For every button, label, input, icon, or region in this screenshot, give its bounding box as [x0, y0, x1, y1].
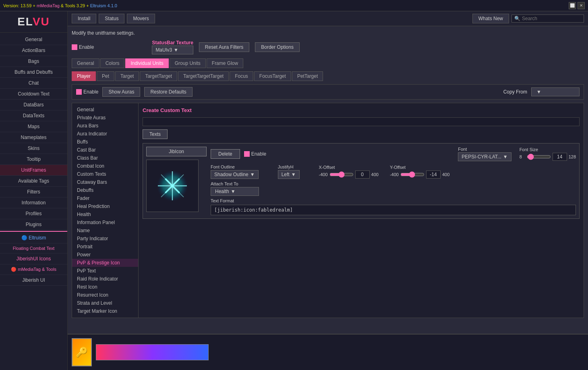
sidebar-item-chat[interactable]: Chat [0, 78, 67, 89]
movers-button[interactable]: Movers [127, 14, 155, 23]
tree-item-cutaway-bars[interactable]: Cutaway Bars [72, 178, 138, 186]
maximize-button[interactable]: ⬜ [569, 2, 576, 9]
show-auras-btn[interactable]: Show Auras [102, 87, 140, 97]
sidebar-item-available-tags[interactable]: Available Tags [0, 176, 67, 187]
unit-tab-pet[interactable]: Pet [97, 71, 114, 81]
tab-colors[interactable]: Colors [100, 58, 125, 68]
sidebar-item-floating-combat[interactable]: Floating Combat Text [0, 243, 67, 254]
status-button[interactable]: Status [99, 14, 124, 23]
copy-from-dropdown[interactable]: ▼ [531, 87, 580, 96]
tree-item-private-auras[interactable]: Private Auras [72, 114, 138, 122]
y-offset-group: Y-Offset -400 400 [390, 165, 449, 179]
copy-enable-checkbox[interactable] [76, 89, 82, 95]
text-format-input[interactable] [211, 205, 576, 215]
font-dropdown[interactable]: PEPSI-CYR-LAT... ▼ [458, 152, 511, 161]
unit-tab-target[interactable]: Target [115, 71, 139, 81]
font-size-slider[interactable] [527, 154, 551, 160]
unit-tab-focustarget[interactable]: FocusTarget [254, 71, 291, 81]
unit-tab-player[interactable]: Player [72, 71, 96, 81]
unit-tab-focus[interactable]: Focus [230, 71, 253, 81]
tree-item-information-panel[interactable]: Information Panel [72, 218, 138, 227]
tree-item-fader[interactable]: Fader [72, 194, 138, 202]
attach-dropdown[interactable]: Health ▼ [211, 187, 259, 196]
close-button[interactable]: ✕ [578, 2, 585, 9]
tree-item-strata-level[interactable]: Strata and Level [72, 299, 138, 307]
tree-item-portrait[interactable]: Portrait [72, 243, 138, 251]
delete-button[interactable]: Delete [211, 149, 240, 159]
y-offset-max: 400 [442, 172, 449, 177]
tree-item-rest-icon[interactable]: Rest Icon [72, 283, 138, 291]
tree-item-pvp-prestige[interactable]: PvP & Prestige Icon [72, 259, 138, 267]
sidebar-item-eltruism[interactable]: 🔵 Eltruism [0, 233, 67, 243]
border-options-btn[interactable]: Border Options [255, 42, 300, 52]
sidebar-item-profiles[interactable]: Profiles [0, 208, 67, 219]
tab-group-units[interactable]: Group Units [170, 58, 206, 68]
tree-item-target-marker[interactable]: Target Marker Icon [72, 307, 138, 315]
unit-tab-targettargettarget[interactable]: TargetTargetTarget [178, 71, 229, 81]
jibicon-right: Delete Enable Font PEPSI-CYR-L [211, 147, 576, 215]
font-outline-dropdown[interactable]: Shadow Outline ▼ [211, 170, 259, 179]
install-button[interactable]: Install [72, 14, 96, 23]
whats-new-button[interactable]: Whats New [472, 14, 509, 23]
tree-item-power[interactable]: Power [72, 251, 138, 259]
tree-item-general[interactable]: General [72, 106, 138, 114]
sidebar-item-general[interactable]: General [0, 34, 67, 45]
unit-tab-targettarget[interactable]: TargetTarget [140, 71, 177, 81]
sidebar-item-cooldown[interactable]: Cooldown Text [0, 89, 67, 100]
jibicon-label[interactable]: JibIcon [146, 147, 207, 156]
tree-item-raid-role[interactable]: Raid Role Indicator [72, 275, 138, 283]
texts-button[interactable]: Texts [143, 129, 168, 139]
x-offset-slider[interactable] [329, 171, 354, 178]
font-size-max: 128 [569, 154, 576, 159]
sidebar-item-plugins[interactable]: Plugins [0, 219, 67, 230]
sidebar-item-tooltip[interactable]: Tooltip [0, 154, 67, 165]
sidebar-item-buffs-debuffs[interactable]: Buffs and Debuffs [0, 67, 67, 78]
tree-item-combat-icon[interactable]: Combat Icon [72, 162, 138, 170]
sidebar-item-information[interactable]: Information [0, 197, 67, 208]
attach-row: Attach Text To Health ▼ [211, 181, 576, 196]
search-input[interactable] [522, 16, 574, 21]
sidebar-item-actionbars[interactable]: ActionBars [0, 45, 67, 56]
sidebar-item-maps[interactable]: Maps [0, 121, 67, 132]
tab-general[interactable]: General [72, 58, 99, 68]
sidebar-item-datatexts[interactable]: DataTexts [0, 110, 67, 121]
tree-item-class-bar[interactable]: Class Bar [72, 154, 138, 162]
sidebar-item-mmediatag[interactable]: 🔴 mMediaTag & Tools [0, 264, 67, 275]
sidebar-item-skins[interactable]: Skins [0, 143, 67, 154]
tree-item-party-indicator[interactable]: Party Indicator [72, 235, 138, 243]
tab-frame-glow[interactable]: Frame Glow [207, 58, 243, 68]
sidebar-item-jiberish-icons[interactable]: JiberishUI Icons [0, 254, 67, 264]
sidebar-item-unitframes[interactable]: UnitFrames [0, 165, 67, 176]
custom-text-input-area[interactable] [143, 117, 580, 126]
justify-dropdown[interactable]: Left ▼ [278, 170, 300, 179]
sidebar-item-filters[interactable]: Filters [0, 187, 67, 197]
restore-defaults-btn[interactable]: Restore Defaults [144, 87, 192, 97]
sidebar-item-databars[interactable]: DataBars [0, 100, 67, 110]
tree-item-aura-bars[interactable]: Aura Bars [72, 122, 138, 130]
reset-aura-filters-btn[interactable]: Reset Aura Filters [199, 42, 249, 52]
y-offset-value[interactable] [426, 170, 441, 179]
tree-item-pvp-text[interactable]: PvP Text [72, 267, 138, 275]
tree-item-debuffs[interactable]: Debuffs [72, 186, 138, 194]
x-offset-value[interactable] [355, 170, 370, 179]
texture-dropdown[interactable]: MaUlv3 ▼ [152, 46, 193, 54]
enable-checkbox[interactable] [72, 44, 77, 50]
font-size-value[interactable] [553, 153, 567, 161]
tree-item-resurrect-icon[interactable]: Resurrect Icon [72, 291, 138, 299]
tree-item-buffs[interactable]: Buffs [72, 138, 138, 146]
sidebar-item-bags[interactable]: Bags [0, 56, 67, 67]
tree-item-health[interactable]: Health [72, 210, 138, 218]
sidebar-item-jiberish-ui[interactable]: Jiberish UI [0, 275, 67, 286]
tree-item-custom-texts[interactable]: Custom Texts [72, 170, 138, 178]
nav-separator [0, 231, 67, 232]
enable-check: Enable [72, 44, 94, 50]
tree-item-heal-prediction[interactable]: Heal Prediction [72, 202, 138, 210]
y-offset-slider[interactable] [400, 171, 424, 178]
jibicon-enable-checkbox[interactable] [244, 151, 250, 157]
tree-item-name[interactable]: Name [72, 227, 138, 235]
sidebar-item-nameplates[interactable]: Nameplates [0, 132, 67, 143]
tree-item-aura-indicator[interactable]: Aura Indicator [72, 130, 138, 138]
tree-item-cast-bar[interactable]: Cast Bar [72, 146, 138, 154]
unit-tab-pettarget[interactable]: PetTarget [292, 71, 323, 81]
tab-individual-units[interactable]: Individual Units [125, 58, 168, 68]
